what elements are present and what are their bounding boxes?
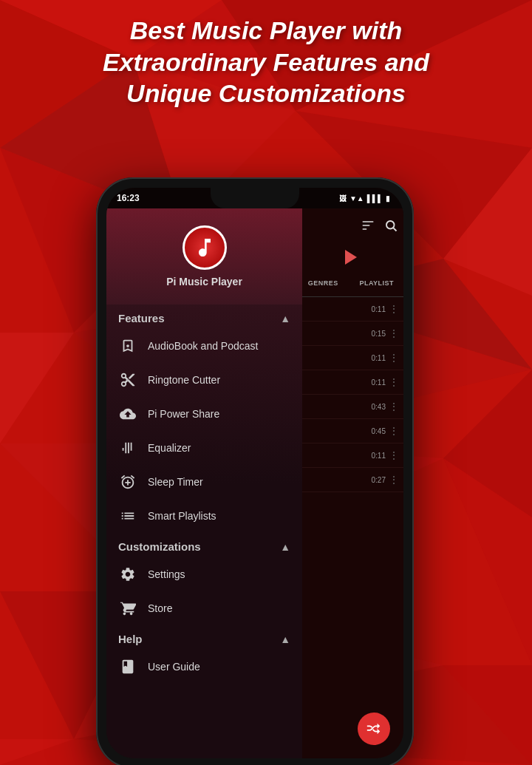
svg-rect-25 [363,221,374,222]
svg-marker-12 [0,333,74,443]
song-menu-icon[interactable]: ⋮ [389,474,399,486]
song-menu-icon[interactable]: ⋮ [389,327,399,339]
song-menu-icon[interactable]: ⋮ [389,449,399,461]
menu-item-audiobook[interactable]: AudioBook and Podcast [106,329,302,363]
help-section-header: Help ▲ [106,625,302,650]
song-menu-icon[interactable]: ⋮ [389,303,399,315]
svg-point-28 [386,221,395,229]
songs-panel: GENRES PLAYLIST 0:11 ⋮ 0:15 ⋮ 0:11 [296,208,403,758]
customizations-chevron-icon[interactable]: ▲ [280,541,290,553]
sort-icon[interactable] [361,218,375,237]
main-headline: Best Music Player with Extraordinary Fea… [30,15,502,109]
features-label: Features [118,312,165,324]
store-label: Store [148,602,172,614]
tabs-bar: GENRES PLAYLIST [296,269,403,297]
features-chevron-icon[interactable]: ▲ [280,313,290,324]
wifi-icon: ▼▲ [349,194,364,203]
features-section-header: Features ▲ [106,305,302,329]
audiobook-label: AudioBook and Podcast [148,340,258,352]
phone-notch [211,188,299,208]
audiobook-icon [118,336,137,356]
signal-icon: ▌▌▌ [367,194,383,203]
menu-item-sleeptimer[interactable]: Sleep Timer [106,465,302,499]
ringtone-icon [118,370,137,390]
svg-rect-27 [363,228,367,230]
song-menu-icon[interactable]: ⋮ [389,376,399,388]
equalizer-icon [118,438,137,458]
song-menu-icon[interactable]: ⋮ [389,401,399,412]
tab-genres[interactable]: GENRES [296,269,350,296]
menu-item-userguide[interactable]: User Guide [106,650,302,684]
song-row[interactable]: 0:45 ⋮ [296,419,403,443]
status-icons: 🖼 ▼▲ ▌▌▌ ▮ [339,194,390,203]
sleeptimer-label: Sleep Timer [148,476,203,488]
store-icon [118,599,137,618]
song-row[interactable]: 0:11 ⋮ [296,297,403,322]
settings-icon [118,565,137,584]
powershare-icon [118,404,137,424]
menu-item-equalizer[interactable]: Equalizer [106,431,302,465]
phone-device: 16:23 🖼 ▼▲ ▌▌▌ ▮ [96,177,414,765]
phone-shell: 16:23 🖼 ▼▲ ▌▌▌ ▮ [96,177,414,765]
song-row[interactable]: 0:43 ⋮ [296,395,403,419]
app-logo-area: Pi Music Player [106,208,302,305]
song-row[interactable]: 0:15 ⋮ [296,322,403,346]
powershare-label: Pi Power Share [148,408,219,420]
smartplaylists-label: Smart Playlists [148,510,216,522]
smartplaylists-icon [118,506,137,526]
menu-item-settings[interactable]: Settings [106,557,302,591]
menu-item-smartplaylists[interactable]: Smart Playlists [106,499,302,533]
help-label: Help [118,633,143,645]
ringtone-label: Ringtone Cutter [148,374,220,386]
menu-item-store[interactable]: Store [106,591,302,625]
right-panel-header [296,208,403,245]
song-list: 0:11 ⋮ 0:15 ⋮ 0:11 ⋮ 0:11 ⋮ [296,297,403,492]
navigation-drawer: Pi Music Player Features ▲ AudioBook and… [106,208,302,758]
svg-rect-26 [363,225,370,226]
settings-label: Settings [148,568,185,580]
song-row[interactable]: 0:27 ⋮ [296,468,403,492]
userguide-label: User Guide [148,661,200,673]
equalizer-label: Equalizer [148,442,191,454]
app-logo [183,225,227,270]
song-row[interactable]: 0:11 ⋮ [296,346,403,370]
app-name-label: Pi Music Player [166,276,242,288]
shuffle-button[interactable] [358,713,390,745]
status-time: 16:23 [117,193,140,203]
menu-item-powershare[interactable]: Pi Power Share [106,397,302,431]
phone-screen: 16:23 🖼 ▼▲ ▌▌▌ ▮ [106,188,403,758]
song-menu-icon[interactable]: ⋮ [389,352,399,364]
customizations-section-header: Customizations ▲ [106,533,302,557]
song-row[interactable]: 0:11 ⋮ [296,443,403,468]
song-menu-icon[interactable]: ⋮ [389,425,399,437]
tab-playlist[interactable]: PLAYLIST [350,269,404,296]
battery-icon: ▮ [386,194,390,203]
sleeptimer-icon [118,472,137,492]
search-icon[interactable] [384,219,398,236]
help-chevron-icon[interactable]: ▲ [280,633,290,645]
header-section: Best Music Player with Extraordinary Fea… [30,15,502,109]
svg-line-29 [393,228,396,231]
userguide-icon [118,657,137,676]
play-button[interactable] [345,250,357,265]
menu-item-ringtone[interactable]: Ringtone Cutter [106,363,302,397]
screenshot-status-icon: 🖼 [339,194,347,203]
customizations-label: Customizations [118,540,201,553]
song-row[interactable]: 0:11 ⋮ [296,370,403,395]
